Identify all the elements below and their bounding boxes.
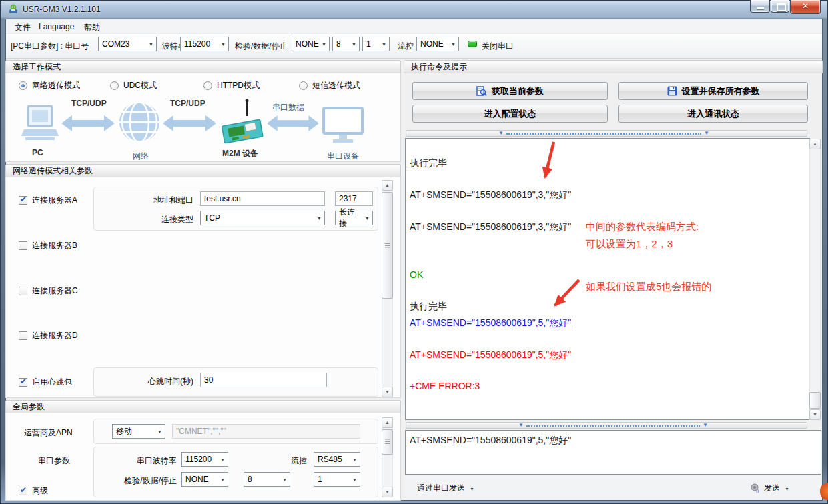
terminal-line: 执行完毕 [410, 301, 447, 313]
server-b-checkbox[interactable]: 连接服务器B [19, 240, 77, 251]
checkbox-label: 启用心跳包 [32, 377, 72, 388]
scroll-up-button[interactable] [809, 139, 821, 149]
radio-httpd-mode[interactable]: HTTPD模式 [203, 80, 260, 91]
radio-label: 网络透传模式 [32, 80, 80, 91]
server-a-address-input[interactable] [200, 191, 325, 206]
serial-flow-label: 流控 [272, 455, 307, 467]
terminal-log[interactable]: 执行完毕 AT+SMSEND="15508600619",3,"您好" AT+S… [405, 138, 810, 420]
advanced-checkbox[interactable]: 高级 [19, 485, 48, 497]
radio-dot-icon [19, 81, 27, 90]
maximize-button[interactable] [771, 0, 789, 13]
dropdown-label: 通过串口发送 [417, 483, 465, 494]
heartbeat-checkbox[interactable]: 启用心跳包 [19, 377, 72, 388]
serial-flow-select[interactable]: RS485 [314, 452, 360, 467]
server-d-checkbox[interactable]: 连接服务器D [19, 330, 78, 341]
heartbeat-time-label: 心跳时间(秒) [100, 376, 193, 387]
com-port-value: COM23 [102, 39, 129, 49]
scroll-up-button[interactable] [382, 417, 393, 428]
send-button[interactable]: 发送 [751, 483, 789, 494]
server-c-checkbox[interactable]: 连接服务器C [19, 285, 78, 297]
server-a-checkbox[interactable]: 连接服务器A [19, 195, 77, 206]
network-globe-icon [119, 101, 160, 143]
radio-label: 短信透传模式 [312, 80, 360, 91]
red-arrow-1 [545, 142, 554, 177]
parity-label: 检验/数据/停止 [235, 41, 288, 52]
conn-type-value: TCP [204, 213, 220, 223]
node-pc-label: PC [32, 148, 43, 157]
send-via-serial-dropdown[interactable]: 通过串口发送 [417, 483, 474, 494]
scroll-up-button[interactable] [382, 180, 393, 191]
menu-help[interactable]: 帮助 [81, 21, 103, 34]
splitter-handle [526, 425, 700, 427]
scroll-down-button[interactable] [382, 387, 393, 397]
radio-net-passthrough[interactable]: 网络透传模式 [19, 80, 80, 91]
serial-baud-value: 115200 [185, 455, 212, 464]
app-icon [8, 4, 19, 15]
databits-select[interactable]: 8 [332, 37, 360, 51]
baud-value: 115200 [184, 39, 210, 49]
scroll-thumb[interactable] [382, 192, 393, 299]
port-open-led-icon [468, 41, 477, 47]
menu-bar: 文件 Language 帮助 [6, 20, 822, 33]
close-port-label: 关闭串口 [482, 41, 514, 52]
checkbox-label: 高级 [32, 485, 48, 497]
scroll-thumb[interactable] [382, 429, 393, 455]
minimize-button[interactable] [750, 0, 770, 13]
scroll-down-button[interactable] [382, 487, 393, 497]
checkbox-icon [19, 287, 27, 295]
menu-file[interactable]: 文件 [12, 21, 33, 34]
annotation-encoding-2: 可以设置为1，2，3 [586, 238, 673, 251]
terminal-scrollbar[interactable] [809, 139, 821, 420]
terminal-line: AT+SMSEND="15508600619",5,"您好" [410, 349, 571, 361]
send-textarea[interactable]: AT+SMSEND="15508600619",5,"您好" [405, 430, 821, 475]
radio-dot-icon [203, 81, 212, 90]
server-a-port-input[interactable] [335, 191, 373, 206]
radio-sms-passthrough[interactable]: 短信透传模式 [299, 80, 360, 91]
arrow-net-m2m-icon [163, 113, 216, 133]
save-params-button[interactable]: 设置并保存所有参数 [618, 82, 808, 100]
serial-stopbits-select[interactable]: 1 [314, 472, 360, 487]
arrow-pc-net-icon [61, 113, 115, 133]
conn-mode-select[interactable]: 长连接 [335, 211, 373, 225]
serial-databits-select[interactable]: 8 [244, 472, 290, 487]
work-mode-header: 选择工作模式 [5, 60, 401, 73]
node-serial-label: 串口设备 [327, 151, 359, 162]
radio-dot-icon [299, 81, 308, 90]
scroll-down-button[interactable] [809, 409, 821, 420]
splitter-handle [506, 133, 701, 135]
heartbeat-time-input[interactable] [200, 373, 327, 387]
get-params-button[interactable]: 获取当前参数 [412, 82, 608, 100]
terminal-line: +CME ERROR:3 [410, 381, 480, 391]
radio-udc-mode[interactable]: UDC模式 [110, 80, 157, 91]
stopbits-select[interactable]: 1 [362, 37, 390, 51]
serial-parity-select[interactable]: NONE [181, 472, 228, 487]
conn-mode-value: 长连接 [339, 207, 362, 229]
net-params-header: 网络透传模式相关参数 [5, 164, 401, 177]
checkbox-label: 连接服务器C [32, 285, 78, 297]
enter-config-button[interactable]: 进入配置状态 [412, 105, 608, 123]
send-input-text: AT+SMSEND="15508600619",5,"您好" [410, 435, 571, 447]
serial-baud-select[interactable]: 115200 [181, 452, 228, 467]
parity-select[interactable]: NONE [292, 37, 330, 51]
link-tcp-udp-2: TCP/UDP [170, 99, 205, 108]
button-label: 设置并保存所有参数 [682, 85, 760, 97]
menu-language[interactable]: Language [36, 21, 77, 32]
serial-stopbits-value: 1 [318, 475, 322, 484]
splitter-top[interactable] [406, 130, 807, 137]
serial-group-label: 串口参数 [38, 455, 70, 467]
flow-select[interactable]: NONE [416, 37, 459, 51]
com-port-select[interactable]: COM23 [98, 37, 157, 51]
close-button[interactable] [790, 0, 821, 14]
text-caret [572, 317, 572, 328]
baud-select[interactable]: 115200 [180, 37, 229, 51]
radio-label: HTTPD模式 [217, 80, 260, 91]
scroll-thumb[interactable] [809, 392, 821, 409]
conn-type-select[interactable]: TCP [200, 211, 325, 225]
splitter-bottom[interactable] [406, 422, 807, 429]
carrier-select[interactable]: 移动 [112, 424, 165, 439]
databits-value: 8 [336, 39, 341, 49]
parity-value: NONE [296, 39, 319, 49]
exec-panel-header: 执行命令及提示 [404, 60, 823, 73]
pc-serial-label: [PC串口参数] : 串口号 [11, 41, 89, 52]
enter-comm-button[interactable]: 进入通讯状态 [618, 105, 808, 123]
